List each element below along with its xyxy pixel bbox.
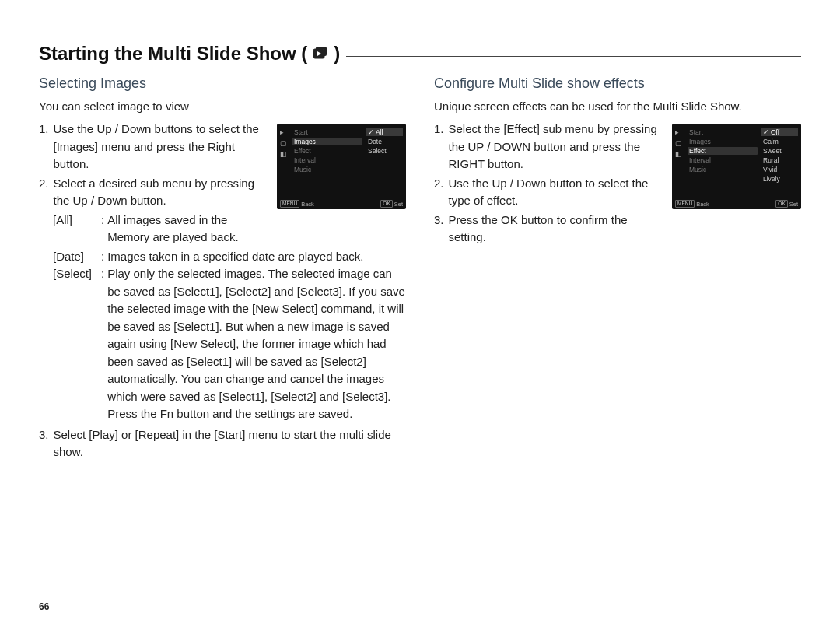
lcd-item: Effect [688,147,758,155]
content-columns: Selecting Images You can select image to… [39,75,801,463]
subhead-rule [152,86,406,86]
step-number: 3. [434,212,444,247]
step-number: 2. [434,175,444,210]
right-steps: 1. Select the [Effect] sub menu by press… [434,121,664,248]
list-item: 1. Use the Up / Down buttons to select t… [39,121,269,173]
lcd-item: Start [292,128,362,136]
lcd-side-icons: ▸ ▢ ◧ [675,128,684,183]
lcd-submenu: All Date Select [366,128,403,173]
left-lead: You can select image to view [39,100,406,113]
list-item: [Select] : Play only the selected images… [53,265,406,423]
lcd-footer-left-label: Back [301,201,314,208]
lcd-footer-right-label: Set [789,201,798,208]
lcd-footer-right: OK Set [380,200,403,208]
lcd-sub-item: Rural [761,156,798,164]
lcd-sub-item: Calm [761,138,798,145]
step-number: 1. [434,121,444,173]
page-title-prefix: Starting the Multi Slide Show ( [39,43,307,65]
lcd-item: Start [688,128,758,136]
play-stack-icon [312,46,329,61]
lcd-footer-left-label: Back [696,201,709,208]
subhead-rule [651,86,801,86]
left-heading: Selecting Images [39,75,146,92]
left-defs-rest: [Date] : Images taken in a specified dat… [53,248,406,423]
lcd-menu: Start Images Effect Interval Music [688,128,758,183]
lcd-menu: Start Images Effect Interval Music [292,128,362,173]
right-heading: Configure Multi Slide show effects [434,75,645,92]
left-column: Selecting Images You can select image to… [39,75,406,463]
list-item: [All] : All images saved in the Memory a… [53,212,269,247]
step-number: 2. [39,175,49,210]
left-steps-rest: [Date] : Images taken in a specified dat… [39,248,406,461]
lcd-item: Music [688,166,758,173]
lcd-sub-item: Select [366,147,403,155]
list-item: 3. Select [Play] or [Repeat] in the [Sta… [39,426,406,461]
lcd-sub-item: Date [366,138,403,145]
lcd-item: Interval [292,156,362,164]
manual-page: Starting the Multi Slide Show ( ) Select… [0,0,840,634]
lcd-footer-right: OK Set [775,200,798,208]
def-label: [Date] [53,248,98,266]
list-item: 1. Select the [Effect] sub menu by press… [434,121,664,173]
lcd-images-screenshot: ▸ ▢ ◧ Start Images Effect Interval Music [277,124,406,209]
step-text: Select [Play] or [Repeat] in the [Start]… [54,426,406,461]
step-number: 1. [39,121,49,173]
slideshow-icon: ◧ [675,150,684,158]
lcd-item: Images [688,138,758,145]
list-item: 2. Select a desired sub menu by pressing… [39,175,269,210]
lcd-body: ▸ ▢ ◧ Start Images Effect Interval Music [675,128,798,183]
lcd-footer-left: MENU Back [280,200,314,208]
title-rule [346,56,801,57]
menu-key-icon: MENU [280,200,299,208]
colon: : [101,248,104,266]
lcd-footer-left: MENU Back [675,200,709,208]
page-number: 66 [39,601,49,612]
def-text: All images saved in the Memory are playe… [107,212,269,247]
def-text: Play only the selected images. The selec… [107,265,406,423]
page-title: Starting the Multi Slide Show ( ) [39,43,340,65]
right-subhead-row: Configure Multi Slide show effects [434,75,801,92]
colon: : [101,265,104,423]
list-item: 3. Press the OK button to confirm the se… [434,212,664,247]
left-defs: [All] : All images saved in the Memory a… [53,212,269,247]
frame-icon: ▢ [280,139,289,147]
left-steps-top: 1. Use the Up / Down buttons to select t… [39,121,269,247]
lcd-sub-item: Off [761,128,798,136]
step-text: Use the Up / Down button to select the t… [449,175,664,210]
def-label: [All] [53,212,98,247]
frame-icon: ▢ [675,139,684,147]
left-intro-block: 1. Use the Up / Down buttons to select t… [39,121,406,247]
menu-key-icon: MENU [675,200,695,208]
list-item: [Date] : Images taken in a specified dat… [53,248,406,266]
lcd-sub-item: Lively [761,175,798,183]
play-icon: ▸ [675,128,684,136]
lcd-effect-screenshot: ▸ ▢ ◧ Start Images Effect Interval Music [672,124,801,209]
lcd-sub-item: Sweet [761,147,798,155]
lcd-sub-item: All [366,128,403,136]
slideshow-icon: ◧ [280,150,289,158]
page-title-row: Starting the Multi Slide Show ( ) [39,43,801,65]
step-number: 3. [39,426,49,461]
lcd-item: Music [292,166,362,173]
lcd-body: ▸ ▢ ◧ Start Images Effect Interval Music [280,128,403,173]
ok-key-icon: OK [380,200,392,208]
lcd-item: Images [292,138,362,145]
lcd-footer: MENU Back OK Set [675,198,798,208]
step-text: Press the OK button to confirm the setti… [449,212,664,247]
lcd-sub-item: Vivid [761,166,798,173]
page-title-suffix: ) [334,43,340,65]
right-lead: Unique screen effects can be used for th… [434,100,801,113]
step-text: Select a desired sub menu by pressing th… [54,175,269,210]
def-label: [Select] [53,265,98,423]
step-text: Use the Up / Down buttons to select the … [54,121,269,173]
right-column: Configure Multi Slide show effects Uniqu… [434,75,801,463]
lcd-submenu: Off Calm Sweet Rural Vivid Lively [761,128,798,183]
lcd-footer-right-label: Set [394,201,403,208]
colon: : [101,212,104,247]
step-text: Select the [Effect] sub menu by pressing… [449,121,664,173]
list-item: 2. Use the Up / Down button to select th… [434,175,664,210]
left-subhead-row: Selecting Images [39,75,406,92]
lcd-side-icons: ▸ ▢ ◧ [280,128,289,173]
right-intro-block: 1. Select the [Effect] sub menu by press… [434,121,801,248]
ok-key-icon: OK [775,200,787,208]
